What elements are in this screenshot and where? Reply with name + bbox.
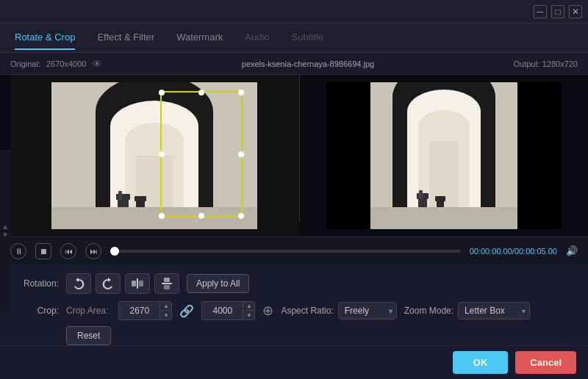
- crop-width-input[interactable]: ▲ ▼: [118, 301, 172, 320]
- output-info: Output: 1280x720: [514, 59, 578, 68]
- volume-icon[interactable]: 🔊: [566, 245, 578, 256]
- source-image: [51, 82, 257, 229]
- reset-row: Reset: [66, 326, 573, 345]
- window-controls: ─ □ ✕: [534, 5, 582, 18]
- original-label: Original:: [10, 59, 40, 68]
- bottom-bar: OK Cancel: [0, 345, 588, 379]
- cancel-button[interactable]: Cancel: [515, 351, 576, 374]
- svg-rect-27: [435, 196, 445, 201]
- link-icon[interactable]: 🔗: [179, 304, 194, 318]
- original-info: Original: 2670x4000 👁: [10, 58, 102, 70]
- zoom-mode-wrapper: Letter Box Pan & Scan Full: [458, 302, 530, 320]
- svg-rect-31: [137, 278, 138, 289]
- eye-icon[interactable]: 👁: [92, 58, 102, 70]
- width-down-button[interactable]: ▼: [160, 311, 171, 320]
- minimize-button[interactable]: ─: [534, 5, 547, 18]
- rotation-label: Rotation:: [15, 278, 59, 289]
- flip-vertical-button[interactable]: [154, 273, 179, 294]
- controls-area: Rotation:: [0, 264, 588, 354]
- svg-rect-34: [162, 283, 172, 284]
- crop-area-label: Crop Area:: [66, 306, 108, 316]
- tab-effect-filter[interactable]: Effect & Filter: [97, 26, 154, 50]
- progress-indicator: [110, 247, 119, 256]
- stop-button[interactable]: ⏹: [35, 243, 51, 259]
- aspect-ratio-wrapper: Freely 16:9 4:3 1:1 9:16: [338, 302, 397, 320]
- svg-rect-13: [135, 196, 146, 201]
- prev-frame-button[interactable]: ⏮: [60, 243, 76, 259]
- svg-rect-25: [419, 190, 423, 199]
- zoom-mode-group: Zoom Mode: Letter Box Pan & Scan Full: [404, 302, 530, 320]
- crop-move-icon[interactable]: ⊕: [262, 303, 273, 319]
- tab-watermark[interactable]: Watermark: [176, 26, 223, 50]
- filename: pexels-ksenia-chernaya-8986694.jpg: [242, 59, 374, 68]
- time-display: 00:00:00.00/00:00:05.00: [470, 247, 557, 256]
- info-bar: Original: 2670x4000 👁 pexels-ksenia-cher…: [0, 53, 588, 75]
- play-pause-button[interactable]: ⏸: [10, 243, 26, 259]
- sidebar-arrow-down[interactable]: ▼: [1, 231, 9, 239]
- timeline-bar: ⏸ ⏹ ⏮ ⏭ 00:00:00.00/00:00:05.00 🔊: [0, 237, 588, 264]
- apply-all-button[interactable]: Apply to All: [187, 274, 249, 293]
- rotate-cw-button[interactable]: [96, 273, 121, 294]
- crop-label: Crop:: [15, 306, 59, 316]
- output-label: Output:: [514, 59, 540, 68]
- next-frame-button[interactable]: ⏭: [85, 243, 101, 259]
- tab-audio: Audio: [245, 26, 269, 50]
- crop-height-input[interactable]: ▲ ▼: [201, 301, 255, 320]
- rotate-ccw-button[interactable]: [66, 273, 91, 294]
- aspect-ratio-group: Aspect Ratio: Freely 16:9 4:3 1:1 9:16: [281, 302, 396, 320]
- ok-button[interactable]: OK: [453, 351, 509, 374]
- output-size: 1280x720: [542, 59, 578, 68]
- svg-rect-28: [370, 207, 517, 229]
- zoom-mode-select[interactable]: Letter Box Pan & Scan Full: [458, 302, 530, 320]
- zoom-mode-label: Zoom Mode:: [404, 306, 453, 316]
- aspect-ratio-label: Aspect Ratio:: [281, 306, 333, 316]
- width-spinners: ▲ ▼: [159, 302, 171, 320]
- preview-output: [300, 75, 589, 237]
- crop-row: Crop: Crop Area: ▲ ▼ 🔗 ▲ ▼ ⊕ Aspect Rati…: [15, 301, 573, 320]
- original-size: 2670x4000: [46, 59, 86, 68]
- tab-subtitle: Subtitle: [292, 26, 323, 50]
- left-sidebar: ▲ ▼: [0, 150, 10, 311]
- svg-point-21: [418, 110, 470, 142]
- crop-height-field[interactable]: [202, 302, 243, 320]
- svg-rect-29: [132, 281, 136, 286]
- height-spinners: ▲ ▼: [243, 302, 254, 320]
- svg-rect-30: [139, 281, 143, 286]
- svg-rect-14: [51, 207, 257, 229]
- title-bar: ─ □ ✕: [0, 0, 588, 24]
- progress-track[interactable]: [110, 250, 461, 253]
- aspect-ratio-select[interactable]: Freely 16:9 4:3 1:1 9:16: [338, 302, 397, 320]
- reset-button[interactable]: Reset: [66, 326, 111, 345]
- svg-rect-32: [164, 278, 170, 282]
- tabs-bar: Rotate & Crop Effect & Filter Watermark …: [0, 24, 588, 53]
- flip-horizontal-button[interactable]: [125, 273, 150, 294]
- close-button[interactable]: ✕: [569, 5, 582, 18]
- preview-source: [10, 75, 299, 237]
- svg-rect-10: [116, 194, 130, 200]
- height-up-button[interactable]: ▲: [243, 302, 254, 311]
- output-image: [370, 82, 517, 229]
- svg-rect-33: [164, 285, 170, 289]
- maximize-button[interactable]: □: [551, 5, 564, 18]
- height-down-button[interactable]: ▼: [243, 311, 254, 320]
- rotation-row: Rotation:: [15, 273, 573, 294]
- preview-area: ▲ ▼: [0, 75, 588, 237]
- svg-rect-11: [118, 191, 122, 200]
- sidebar-arrow-up[interactable]: ▲: [1, 223, 9, 231]
- width-up-button[interactable]: ▲: [160, 302, 171, 311]
- rotation-buttons: [66, 273, 179, 294]
- svg-point-7: [125, 123, 184, 159]
- crop-width-field[interactable]: [119, 302, 159, 320]
- tab-rotate-crop[interactable]: Rotate & Crop: [15, 26, 75, 50]
